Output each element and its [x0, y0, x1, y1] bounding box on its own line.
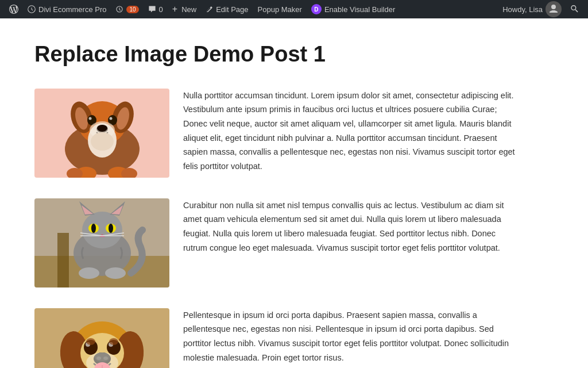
update-count-badge: 10 — [126, 6, 138, 13]
svg-point-31 — [109, 224, 113, 233]
popup-maker-button[interactable]: Popup Maker — [253, 0, 307, 18]
svg-point-30 — [91, 224, 96, 233]
cat-image — [34, 198, 169, 288]
updates-button[interactable]: 10 — [111, 0, 143, 18]
svg-point-38 — [105, 267, 126, 279]
adminbar-right: Howdy, Lisa — [498, 0, 583, 18]
svg-point-58 — [86, 338, 95, 345]
svg-point-10 — [89, 117, 92, 120]
howdy-user-button[interactable]: Howdy, Lisa — [498, 0, 566, 18]
svg-point-59 — [109, 338, 118, 345]
block-2-text: Curabitur non nulla sit amet nisl tempus… — [183, 198, 517, 255]
beagle-image — [34, 308, 169, 368]
new-label: New — [181, 5, 196, 14]
divi-icon: D — [311, 4, 322, 14]
svg-point-23 — [82, 212, 122, 248]
block-3-text1: Pellentesque in ipsum id orci porta dapi… — [183, 308, 517, 365]
svg-marker-27 — [111, 205, 123, 214]
content-block-3: Pellentesque in ipsum id orci porta dapi… — [34, 308, 517, 368]
wp-logo-button[interactable] — [5, 0, 23, 18]
svg-point-19 — [91, 132, 114, 151]
block-3-text-container: Pellentesque in ipsum id orci porta dapi… — [183, 308, 517, 368]
svg-point-11 — [110, 117, 113, 120]
new-content-button[interactable]: + New — [168, 0, 201, 18]
content-block-2: Curabitur non nulla sit amet nisl tempus… — [34, 198, 517, 288]
content-block-1: Nulla porttitor accumsan tincidunt. Lore… — [34, 89, 517, 178]
popup-maker-label: Popup Maker — [258, 5, 302, 14]
page-content: Replace Image Demo Post 1 — [0, 18, 551, 368]
enable-visual-builder-button[interactable]: D Enable Visual Builder — [307, 0, 400, 18]
howdy-label: Howdy, Lisa — [502, 5, 543, 14]
dog-image — [34, 89, 169, 178]
svg-point-14 — [97, 125, 107, 132]
post-title: Replace Image Demo Post 1 — [34, 41, 517, 68]
edit-page-button[interactable]: Edit Page — [201, 0, 253, 18]
svg-point-37 — [79, 267, 99, 279]
comments-button[interactable]: 0 — [144, 0, 168, 18]
search-button[interactable] — [566, 0, 583, 18]
admin-bar: Divi Ecommerce Pro 10 0 + New Edit Page … — [0, 0, 588, 18]
visual-builder-label: Enable Visual Builder — [324, 5, 395, 14]
edit-page-label: Edit Page — [216, 5, 248, 14]
svg-rect-21 — [57, 233, 69, 288]
site-name-button[interactable]: Divi Ecommerce Pro — [23, 0, 111, 18]
svg-marker-26 — [82, 205, 93, 214]
comment-count: 0 — [159, 5, 163, 14]
block-1-text: Nulla porttitor accumsan tincidunt. Lore… — [183, 89, 517, 174]
site-name-label: Divi Ecommerce Pro — [38, 5, 106, 14]
